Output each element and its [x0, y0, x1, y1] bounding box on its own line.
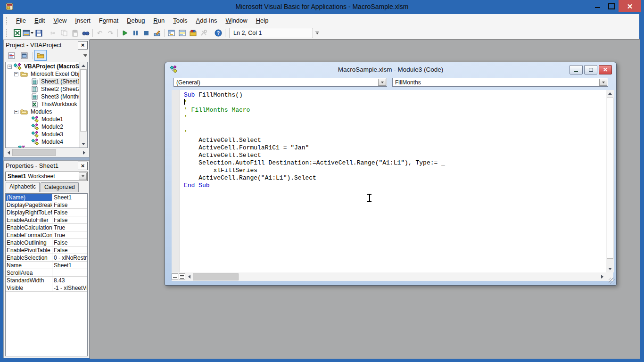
code-line[interactable]: '	[184, 114, 445, 122]
property-row-visible[interactable]: Visible-1 - xlSheetVisib	[6, 284, 87, 292]
scrollbar-thumb[interactable]	[607, 98, 613, 259]
property-value[interactable]: True	[52, 224, 87, 231]
tree-item-modules[interactable]: −Modules	[6, 108, 80, 115]
menu-help[interactable]: Help	[252, 15, 273, 26]
property-row-name[interactable]: (Name)Sheet1	[6, 194, 87, 201]
property-value[interactable]: 8.43	[52, 277, 87, 284]
view-object-icon[interactable]	[18, 50, 31, 61]
code-line[interactable]: ' FillMonths Macro	[184, 107, 445, 114]
save-icon[interactable]	[33, 28, 44, 38]
code-line[interactable]	[184, 122, 445, 129]
project-panel-close-button[interactable]: ×	[78, 41, 88, 49]
dropdown-arrow-icon[interactable]	[378, 79, 386, 86]
full-module-view-button[interactable]	[179, 273, 185, 280]
scroll-up-icon[interactable]	[606, 90, 613, 97]
scrollbar-thumb[interactable]	[12, 149, 56, 156]
scrollbar-thumb[interactable]	[80, 69, 87, 132]
scroll-right-icon[interactable]	[599, 273, 606, 280]
object-dropdown[interactable]: (General)	[173, 78, 387, 87]
close-button[interactable]: ✕	[619, 0, 641, 12]
properties-panel-close-button[interactable]: ×	[78, 162, 88, 170]
tree-expander-icon[interactable]: −	[14, 110, 18, 114]
code-line[interactable]: '	[184, 99, 445, 107]
property-row-enableautofilter[interactable]: EnableAutoFilterFalse	[6, 216, 87, 224]
property-value[interactable]: True	[52, 232, 87, 239]
insert-userform-icon[interactable]	[23, 28, 33, 38]
tree-item-vbaproject-macrosa[interactable]: −VBAProject (MacroSa	[6, 63, 80, 70]
code-minimize-button[interactable]	[570, 65, 583, 74]
property-value[interactable]: False	[52, 217, 87, 223]
tree-item-thisworkbook[interactable]: ThisWorkbook	[6, 100, 80, 108]
design-mode-icon[interactable]	[152, 28, 163, 38]
code-line[interactable]: End Sub	[184, 182, 445, 189]
scroll-right-icon[interactable]	[81, 149, 88, 156]
help-icon[interactable]: ?	[213, 28, 223, 38]
menu-tools[interactable]: Tools	[169, 15, 191, 26]
tree-item-module3[interactable]: Module3	[6, 131, 80, 138]
code-line[interactable]: ActiveCell.Range("A1:L1").Select	[184, 174, 445, 182]
code-line[interactable]: ActiveCell.FormulaR1C1 = "Jan"	[184, 144, 445, 152]
tree-item-module2[interactable]: Module2	[6, 123, 80, 131]
toolbar-grip[interactable]	[6, 29, 8, 37]
tree-item-microsoft-excel-objec[interactable]: −Microsoft Excel Objec	[6, 70, 80, 78]
property-row-enablepivottable[interactable]: EnablePivotTableFalse	[6, 247, 87, 254]
excel-icon[interactable]	[12, 28, 23, 38]
code-editor[interactable]: Sub FillMonths()'' FillMonths Macro' ' A…	[172, 90, 606, 272]
menu-insert[interactable]: Insert	[71, 15, 95, 26]
project-explorer-icon[interactable]	[166, 28, 177, 38]
menubar-grip[interactable]	[6, 17, 8, 25]
property-row-name[interactable]: NameSheet1	[6, 262, 87, 269]
property-row-enableselection[interactable]: EnableSelection0 - xlNoRestricti	[6, 254, 87, 262]
project-tree-horizontal-scrollbar[interactable]	[5, 149, 88, 156]
view-code-icon[interactable]	[6, 50, 18, 61]
procedure-view-button[interactable]	[172, 273, 178, 280]
maximize-button[interactable]	[604, 0, 619, 11]
scroll-down-icon[interactable]	[80, 140, 87, 148]
dropdown-arrow-icon[interactable]	[79, 173, 87, 180]
tab-alphabetic[interactable]: Alphabetic	[6, 182, 40, 192]
scroll-down-icon[interactable]	[606, 265, 613, 272]
property-row-enablecalculation[interactable]: EnableCalculationTrue	[6, 224, 87, 231]
code-restore-button[interactable]	[584, 65, 597, 74]
dropdown-arrow-icon[interactable]	[599, 79, 607, 86]
tree-item[interactable]	[6, 146, 80, 148]
menu-addins[interactable]: Add-Ins	[192, 15, 222, 26]
code-line[interactable]: '	[184, 129, 445, 137]
property-value[interactable]: Sheet1	[52, 194, 87, 201]
properties-object-selector[interactable]: Sheet1 Worksheet	[5, 172, 88, 181]
scroll-up-icon[interactable]	[80, 62, 87, 69]
tree-item-module1[interactable]: Module1	[6, 115, 80, 123]
menu-debug[interactable]: Debug	[123, 15, 149, 26]
properties-window-icon[interactable]	[177, 28, 188, 38]
code-line[interactable]: Selection.AutoFill Destination:=ActiveCe…	[184, 159, 445, 167]
property-row-enableformatcon[interactable]: EnableFormatConTrue	[6, 231, 87, 239]
code-line[interactable]: ActiveCell.Select	[184, 137, 445, 144]
tree-item-module4[interactable]: Module4	[6, 138, 80, 146]
toolbar-overflow-icon[interactable]	[314, 29, 320, 37]
procedure-dropdown[interactable]: FillMonths	[392, 78, 608, 87]
code-close-button[interactable]: ✕	[599, 65, 612, 74]
menu-view[interactable]: View	[49, 15, 71, 26]
scroll-left-icon[interactable]	[5, 149, 12, 156]
tree-item-sheet2-sheet2[interactable]: Sheet2 (Sheet2)	[6, 85, 80, 93]
project-tree-vertical-scrollbar[interactable]	[79, 62, 87, 148]
find-icon[interactable]	[80, 28, 91, 38]
property-value[interactable]: False	[52, 209, 87, 216]
property-value[interactable]: False	[52, 202, 87, 208]
code-line[interactable]: Sub FillMonths()	[184, 91, 445, 99]
code-window-titlebar[interactable]: MacroSample.xlsm - Module3 (Code) ✕	[165, 62, 616, 76]
tree-expander-icon[interactable]: −	[8, 65, 12, 69]
property-value[interactable]: False	[52, 239, 87, 246]
property-value[interactable]: -1 - xlSheetVisib	[52, 285, 87, 291]
resize-grip[interactable]	[609, 278, 615, 284]
project-toolbar-overflow-icon[interactable]	[82, 51, 88, 60]
tree-item-sheet1-sheet1[interactable]: Sheet1 (Sheet1)	[6, 78, 80, 85]
property-row-scrollarea[interactable]: ScrollArea	[6, 269, 87, 277]
break-icon[interactable]	[130, 28, 141, 38]
property-value[interactable]: False	[52, 247, 87, 254]
code-margin-bar[interactable]	[172, 90, 180, 272]
code-vertical-scrollbar[interactable]	[606, 90, 614, 272]
scroll-left-icon[interactable]	[186, 273, 193, 280]
property-row-displayrighttolef[interactable]: DisplayRightToLefFalse	[6, 209, 87, 216]
property-row-enableoutlining[interactable]: EnableOutliningFalse	[6, 239, 87, 247]
